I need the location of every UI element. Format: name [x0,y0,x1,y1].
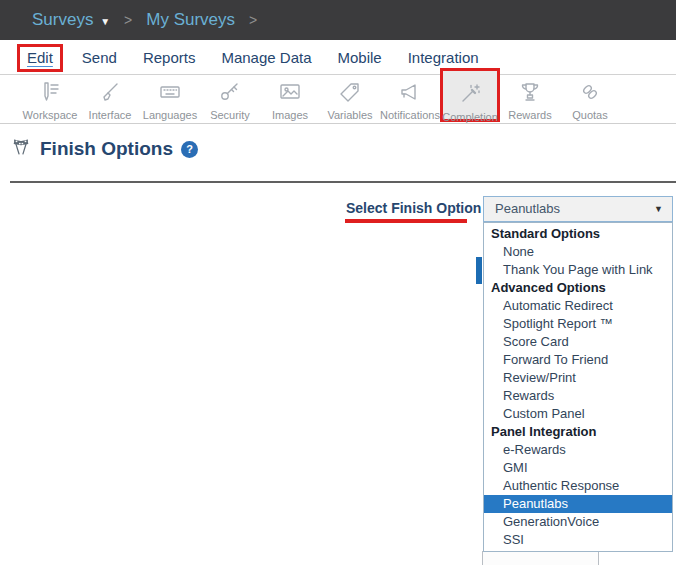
finish-option-select-value: Peanutlabs [495,201,560,216]
dropdown-option-custom-panel[interactable]: Custom Panel [484,405,672,423]
toolbar-item-workspace[interactable]: Workspace [20,75,80,124]
edit-toolbar: WorkspaceInterfaceLanguagesSecurityImage… [0,75,676,124]
nav-tab-send[interactable]: Send [82,49,117,66]
finish-option-dropdown-list: Standard OptionsNoneThank You Page with … [483,222,673,552]
dropdown-option-score-card[interactable]: Score Card [484,333,672,351]
toolbar-item-label: Rewards [508,109,551,121]
dropdown-option-review-print[interactable]: Review/Print [484,369,672,387]
languages-keyboard-icon [158,80,182,108]
breadcrumb-surveys-label: Surveys [32,10,93,29]
dropdown-option-automatic-redirect[interactable]: Automatic Redirect [484,297,672,315]
dropdown-option-spotlight-report[interactable]: Spotlight Report ™ [484,315,672,333]
dropdown-option-thank-you-page-with-link[interactable]: Thank You Page with Link [484,261,672,279]
main-nav: EditSendReportsManage DataMobileIntegrat… [0,40,676,75]
hidden-input-field [482,551,599,565]
toolbar-item-rewards[interactable]: Rewards [500,75,560,124]
dropdown-option-e-rewards[interactable]: e-Rewards [484,441,672,459]
dropdown-group-panel-integration: Panel Integration [484,423,672,441]
toolbar-item-languages[interactable]: Languages [140,75,200,124]
dropdown-option-rewards[interactable]: Rewards [484,387,672,405]
page-heading: Finish Options ? [10,136,198,162]
toolbar-item-notifications[interactable]: Notifications [380,75,440,124]
images-picture-icon [278,80,302,108]
workspace-pencil-icon [38,80,62,108]
toolbar-item-label: Workspace [23,109,78,121]
section-divider [10,181,676,183]
dropdown-option-peanutlabs[interactable]: Peanutlabs [484,495,672,513]
toolbar-item-label: Notifications [380,109,440,121]
hidden-save-button-edge [476,257,482,284]
chevron-right-icon: > [249,12,257,28]
toolbar-item-completion[interactable]: Completion [440,68,500,122]
toolbar-item-label: Images [272,109,308,121]
nav-tab-reports[interactable]: Reports [143,49,196,66]
annotation-underline [345,219,467,223]
interface-brush-icon [98,80,122,108]
chevron-down-icon: ▼ [100,16,110,27]
dropdown-group-standard-options: Standard Options [484,225,672,243]
finish-flags-icon [10,136,32,162]
notifications-megaphone-icon [398,80,422,108]
toolbar-item-label: Languages [143,109,197,121]
toolbar-item-interface[interactable]: Interface [80,75,140,124]
finish-option-label: Select Finish Option [346,200,481,216]
nav-tab-integration[interactable]: Integration [408,49,479,66]
completion-wand-icon [458,82,482,110]
variables-tag-icon [338,80,362,108]
dropdown-option-none[interactable]: None [484,243,672,261]
dropdown-option-ssi[interactable]: SSI [484,531,672,549]
dropdown-option-forward-to-friend[interactable]: Forward To Friend [484,351,672,369]
breadcrumb: Surveys ▼ > My Surveys > [0,0,676,40]
toolbar-item-label: Completion [442,111,498,123]
dropdown-option-gmi[interactable]: GMI [484,459,672,477]
breadcrumb-my-surveys-label: My Surveys [146,10,235,29]
toolbar-item-images[interactable]: Images [260,75,320,124]
rewards-trophy-icon [518,80,542,108]
nav-tab-mobile[interactable]: Mobile [338,49,382,66]
nav-tab-manage-data[interactable]: Manage Data [221,49,311,66]
toolbar-item-label: Quotas [572,109,607,121]
dropdown-group-advanced-options: Advanced Options [484,279,672,297]
help-icon[interactable]: ? [181,141,198,158]
app-window: Surveys ▼ > My Surveys > EditSendReports… [0,0,676,565]
toolbar-item-variables[interactable]: Variables [320,75,380,124]
quotas-links-icon [578,80,602,108]
breadcrumb-surveys[interactable]: Surveys ▼ [32,10,110,30]
toolbar-item-label: Interface [89,109,132,121]
toolbar-item-label: Security [210,109,250,121]
toolbar-item-quotas[interactable]: Quotas [560,75,620,124]
page-title: Finish Options [40,138,173,160]
dropdown-option-generationvoice[interactable]: GenerationVoice [484,513,672,531]
security-key-icon [218,80,242,108]
dropdown-option-authentic-response[interactable]: Authentic Response [484,477,672,495]
finish-option-select[interactable]: Peanutlabs ▼ [483,196,673,222]
select-caret-icon: ▼ [654,197,663,221]
nav-tab-edit[interactable]: Edit [17,44,63,72]
toolbar-item-security[interactable]: Security [200,75,260,124]
chevron-right-icon: > [124,12,132,28]
breadcrumb-my-surveys[interactable]: My Surveys [146,10,235,30]
toolbar-item-label: Variables [327,109,372,121]
